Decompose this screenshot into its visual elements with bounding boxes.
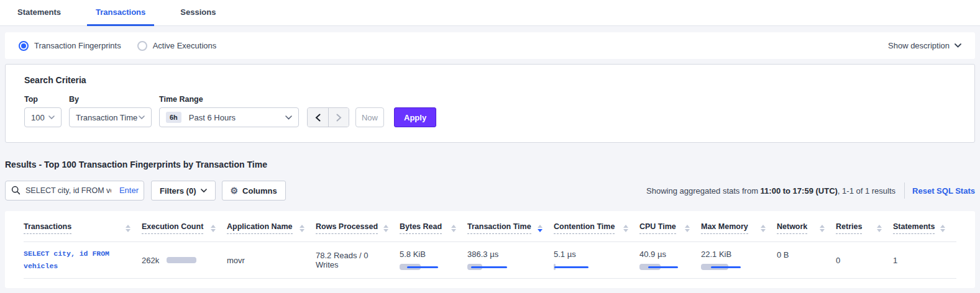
cell-contention-time: 5.1 µs	[554, 250, 639, 271]
sort-icon[interactable]	[935, 225, 945, 232]
time-range-next-button[interactable]	[328, 108, 349, 127]
column-header-execution-count[interactable]: Execution Count	[142, 222, 227, 234]
cpu-time-bar	[639, 263, 695, 271]
by-select-value: Transaction Time	[76, 113, 137, 122]
cell-transaction: SELECT city, id FROM vehicles	[24, 248, 142, 272]
transaction-fingerprint-link[interactable]: SELECT city, id FROM vehicles	[24, 250, 109, 270]
filters-label: Filters (0)	[160, 186, 196, 196]
chevron-down-icon	[955, 43, 961, 48]
results-table: Transactions Execution Count Application…	[5, 211, 975, 288]
search-criteria-card: Search Criteria Top 100 By Transaction T…	[5, 64, 975, 143]
cell-application-name: movr	[227, 256, 316, 265]
now-button[interactable]: Now	[355, 107, 384, 127]
sort-icon[interactable]	[872, 225, 882, 232]
table-row: SELECT city, id FROM vehicles 262k movr …	[24, 242, 956, 279]
by-label: By	[69, 95, 152, 104]
transaction-time-bar	[467, 263, 523, 271]
cell-statements: 1	[893, 256, 956, 265]
bytes-read-bar	[400, 263, 456, 271]
time-range-badge: 6h	[166, 112, 181, 123]
radio-label: Active Executions	[153, 41, 217, 50]
chevron-down-icon	[285, 115, 292, 120]
results-title: Results - Top 100 Transaction Fingerprin…	[5, 160, 975, 169]
gear-icon: ⚙	[231, 186, 239, 195]
cell-retries: 0	[836, 256, 893, 265]
by-select[interactable]: Transaction Time	[69, 107, 152, 127]
tab-sessions[interactable]: Sessions	[172, 7, 224, 26]
results-toolbar: Enter Filters (0) ⚙ Columns Showing aggr…	[5, 181, 975, 201]
column-header-cpu-time[interactable]: CPU Time	[639, 222, 701, 234]
cell-bytes-read: 5.8 KiB	[400, 250, 467, 271]
tab-statements[interactable]: Statements	[9, 7, 70, 26]
radio-transaction-fingerprints[interactable]: Transaction Fingerprints	[19, 41, 121, 51]
view-toggle-strip: Transaction Fingerprints Active Executio…	[5, 32, 975, 59]
time-range-nav-group	[307, 107, 349, 127]
column-header-transaction-time[interactable]: Transaction Time	[467, 222, 554, 234]
cell-rows-processed: 78.2 Reads / 0 Writes	[316, 251, 400, 269]
reset-sql-stats-link[interactable]: Reset SQL Stats	[912, 186, 975, 196]
column-header-transactions[interactable]: Transactions	[24, 222, 142, 234]
sort-icon[interactable]	[533, 225, 543, 232]
sort-icon[interactable]	[680, 225, 690, 232]
filters-button[interactable]: Filters (0)	[151, 181, 216, 201]
max-memory-bar	[701, 263, 757, 271]
sort-icon[interactable]	[121, 225, 131, 232]
radio-label: Transaction Fingerprints	[34, 41, 121, 50]
cell-max-memory: 22.1 KiB	[701, 250, 777, 271]
cell-execution-count: 262k	[142, 256, 227, 265]
sort-icon[interactable]	[295, 225, 305, 232]
search-icon	[11, 186, 21, 195]
column-header-statements[interactable]: Statements	[893, 222, 956, 234]
sort-icon[interactable]	[378, 225, 388, 232]
search-criteria-controls: Top 100 By Transaction Time Time Range 6…	[24, 95, 956, 127]
time-range-select[interactable]: 6h Past 6 Hours	[159, 107, 299, 127]
sort-icon[interactable]	[618, 225, 628, 232]
page-tabbar: Statements Transactions Sessions	[0, 0, 980, 26]
aggregated-stats-text: Showing aggregated stats from 11:00 to 1…	[646, 186, 895, 196]
show-description-label: Show description	[888, 41, 950, 50]
search-criteria-title: Search Criteria	[24, 75, 956, 85]
cell-cpu-time: 40.9 µs	[639, 250, 701, 271]
chevron-down-icon	[201, 189, 207, 192]
column-header-retries[interactable]: Retries	[836, 222, 893, 234]
top-select[interactable]: 100	[24, 107, 62, 127]
columns-button[interactable]: ⚙ Columns	[222, 181, 286, 201]
tab-transactions[interactable]: Transactions	[87, 7, 154, 26]
by-control: By Transaction Time	[69, 95, 152, 127]
show-description-toggle[interactable]: Show description	[888, 41, 961, 50]
sort-icon[interactable]	[815, 225, 825, 232]
chevron-down-icon	[139, 115, 145, 119]
contention-time-bar	[554, 263, 610, 271]
column-header-bytes-read[interactable]: Bytes Read	[400, 222, 467, 234]
table-header-row: Transactions Execution Count Application…	[24, 215, 956, 242]
time-range-prev-button[interactable]	[308, 108, 328, 127]
column-header-max-memory[interactable]: Max Memory	[701, 222, 777, 234]
chevron-right-icon	[336, 114, 342, 122]
time-range-value: Past 6 Hours	[189, 113, 236, 122]
column-header-application-name[interactable]: Application Name	[227, 222, 316, 234]
divider	[904, 183, 905, 199]
execution-count-bar	[167, 256, 198, 264]
radio-unselected-icon	[137, 41, 147, 51]
sort-icon[interactable]	[446, 225, 456, 232]
sort-icon[interactable]	[206, 225, 216, 232]
cell-transaction-time: 386.3 µs	[467, 250, 554, 271]
time-range-label: Time Range	[159, 95, 299, 104]
column-header-contention-time[interactable]: Contention Time	[554, 222, 639, 234]
top-label: Top	[24, 95, 62, 104]
cell-network: 0 B	[777, 242, 836, 259]
stats-area: Showing aggregated stats from 11:00 to 1…	[646, 183, 975, 199]
time-range-control: Time Range 6h Past 6 Hours	[159, 95, 299, 127]
chevron-left-icon	[315, 114, 321, 122]
column-header-rows-processed[interactable]: Rows Processed	[316, 222, 400, 234]
radio-active-executions[interactable]: Active Executions	[137, 41, 217, 51]
sql-search-box: Enter	[5, 181, 144, 201]
radio-selected-icon	[19, 41, 29, 51]
columns-label: Columns	[242, 186, 277, 196]
column-header-network[interactable]: Network	[777, 222, 836, 234]
apply-button[interactable]: Apply	[394, 107, 436, 127]
sort-icon[interactable]	[756, 225, 766, 232]
chevron-down-icon	[48, 115, 55, 119]
top-select-value: 100	[31, 113, 45, 122]
top-control: Top 100	[24, 95, 62, 127]
